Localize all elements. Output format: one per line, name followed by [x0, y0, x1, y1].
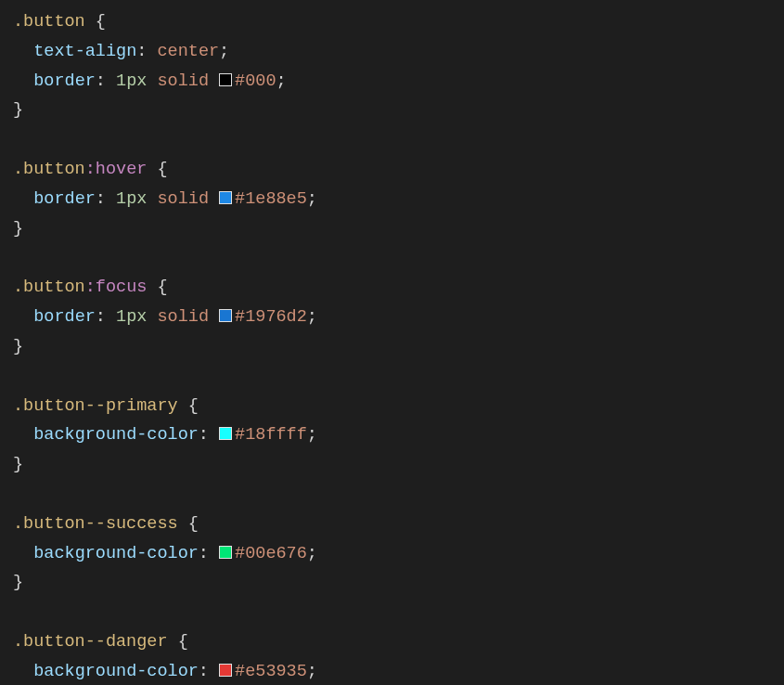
pseudo-class: :hover: [85, 160, 148, 179]
semicolon: ;: [219, 42, 229, 61]
declaration-line: border: 1px solid #1976d2;: [13, 303, 771, 332]
color-swatch-icon: [219, 309, 232, 322]
color-swatch-icon: [219, 191, 232, 204]
declaration-line: border: 1px solid #1e88e5;: [13, 185, 771, 214]
declaration-line: border: 1px solid #000;: [13, 67, 771, 97]
selector: .button--primary: [13, 396, 178, 416]
css-code-block[interactable]: .button { text-align: center; border: 1p…: [0, 0, 784, 685]
colon: :: [96, 189, 116, 209]
color-swatch-icon: [219, 73, 232, 86]
property-name: background-color: [33, 544, 199, 563]
color-value: #18ffff: [235, 425, 307, 445]
colon: :: [136, 42, 157, 61]
color-swatch-icon: [219, 427, 232, 440]
color-swatch-icon: [219, 664, 232, 677]
brace-close: }: [13, 337, 23, 356]
color-value: #000: [235, 71, 276, 91]
brace-close: }: [13, 100, 23, 120]
brace-close: }: [13, 573, 23, 592]
color-value: #e53935: [235, 662, 307, 681]
border-width: 1px: [116, 189, 147, 209]
property-name: border: [33, 71, 96, 91]
property-name: border: [33, 307, 96, 327]
color-swatch-icon: [219, 546, 232, 559]
blank-line: [13, 598, 771, 627]
declaration-line: background-color: #00e676;: [13, 539, 771, 569]
selector-line: .button:focus {: [13, 273, 771, 303]
brace-open: {: [147, 278, 167, 297]
semicolon: ;: [307, 544, 317, 563]
declaration-line: text-align: center;: [13, 37, 771, 67]
blank-line: [13, 125, 771, 155]
selector: .button: [13, 12, 85, 32]
selector-line: .button--success {: [13, 510, 771, 539]
selector-line: .button--danger {: [13, 627, 771, 657]
colon: :: [199, 544, 219, 563]
property-name: border: [33, 189, 96, 209]
border-style: solid: [157, 307, 209, 327]
blank-line: [13, 244, 771, 274]
property-name: background-color: [33, 425, 199, 445]
property-name: text-align: [33, 42, 136, 61]
color-value: #1e88e5: [235, 189, 307, 209]
selector-line: .button--primary {: [13, 392, 771, 421]
semicolon: ;: [276, 71, 287, 91]
brace-close-line: }: [13, 214, 771, 244]
selector: .button--success: [13, 514, 178, 534]
blank-line: [13, 362, 771, 392]
colon: :: [96, 71, 116, 91]
brace-close: }: [13, 219, 23, 239]
property-name: background-color: [33, 662, 199, 681]
colon: :: [199, 662, 219, 681]
colon: :: [199, 425, 219, 445]
property-value: center: [157, 42, 219, 61]
color-value: #1976d2: [235, 307, 307, 327]
brace-open: {: [178, 396, 199, 416]
selector: .button: [13, 160, 85, 179]
selector: .button--danger: [13, 632, 168, 652]
brace-open: {: [147, 160, 167, 179]
brace-open: {: [178, 514, 199, 534]
colon: :: [96, 307, 116, 327]
border-style: solid: [157, 71, 209, 91]
color-value: #00e676: [235, 544, 307, 563]
brace-close-line: }: [13, 450, 771, 480]
semicolon: ;: [307, 662, 317, 681]
border-width: 1px: [116, 307, 147, 327]
declaration-line: background-color: #e53935;: [13, 657, 771, 685]
brace-close-line: }: [13, 96, 771, 125]
semicolon: ;: [307, 307, 317, 327]
border-style: solid: [157, 189, 209, 209]
brace-close-line: }: [13, 332, 771, 362]
blank-line: [13, 480, 771, 510]
declaration-line: background-color: #18ffff;: [13, 420, 771, 450]
selector-line: .button:hover {: [13, 155, 771, 185]
pseudo-class: :focus: [85, 278, 148, 297]
brace-close: }: [13, 455, 23, 474]
brace-open: {: [85, 12, 106, 32]
semicolon: ;: [307, 189, 317, 209]
semicolon: ;: [307, 425, 317, 445]
brace-open: {: [168, 632, 188, 652]
selector-line: .button {: [13, 7, 771, 37]
border-width: 1px: [116, 71, 147, 91]
brace-close-line: }: [13, 568, 771, 598]
selector: .button: [13, 278, 85, 297]
